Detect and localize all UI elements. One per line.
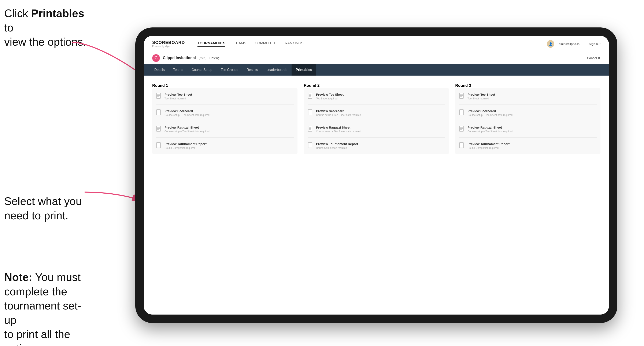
- round-3-label: Round 3: [455, 83, 600, 88]
- round-3-card: Preview Tee Sheet Tee Sheet required Pre…: [455, 88, 600, 154]
- round-1-column: Round 1: [152, 83, 298, 154]
- top-nav-right: 👤 blair@clippd.io | Sign out: [547, 40, 600, 48]
- sub-nav: Details Teams Course Setup Tee Groups Re…: [144, 64, 609, 76]
- instruction-mid-text: Select what youneed to print.: [4, 195, 82, 222]
- svg-rect-18: [308, 93, 312, 98]
- r3-scorecard-icon: [459, 109, 465, 116]
- round-1-tournament-report-text: Preview Tournament Report Round Completi…: [164, 142, 206, 150]
- round-1-tee-sheet-text: Preview Tee Sheet Tee Sheet required: [164, 92, 192, 100]
- round-1-tournament-report[interactable]: Preview Tournament Report Round Completi…: [156, 141, 294, 151]
- instruction-note: Note: You mustcomplete thetournament set…: [4, 270, 93, 346]
- tab-printables[interactable]: Printables: [292, 64, 316, 76]
- brand-title: SCOREBOARD: [152, 40, 185, 45]
- nav-link-rankings[interactable]: RANKINGS: [285, 41, 304, 47]
- nav-link-tournaments[interactable]: TOURNAMENTS: [198, 41, 226, 47]
- r2-tee-sheet-icon: [308, 93, 314, 100]
- scorecard-icon: [156, 109, 162, 116]
- raguzzi-icon: [156, 126, 162, 133]
- svg-rect-6: [157, 110, 160, 115]
- svg-rect-14: [157, 143, 160, 148]
- svg-rect-46: [460, 143, 464, 148]
- round-2-tournament-report[interactable]: Preview Tournament Report Round Completi…: [308, 141, 445, 151]
- svg-rect-34: [460, 93, 464, 98]
- tab-details[interactable]: Details: [150, 64, 169, 76]
- round-1-raguzzi[interactable]: Preview Raguzzi Sheet Course setup + Tee…: [156, 124, 294, 135]
- round-2-raguzzi[interactable]: Preview Raguzzi Sheet Course setup + Tee…: [308, 124, 445, 135]
- round-3-column: Round 3 Preview Tee Sheet Tee Sheet requ…: [455, 83, 600, 154]
- rounds-grid: Round 1: [152, 83, 600, 154]
- round-1-scorecard-text: Preview Scorecard Course setup + Tee She…: [164, 109, 210, 117]
- round-1-tee-sheet[interactable]: Preview Tee Sheet Tee Sheet required: [156, 91, 294, 102]
- round-2-tee-sheet[interactable]: Preview Tee Sheet Tee Sheet required: [308, 91, 445, 102]
- tab-teams[interactable]: Teams: [169, 64, 187, 76]
- scoreboard-brand: SCOREBOARD Powered by clippd: [152, 40, 185, 47]
- round-1-card: Preview Tee Sheet Tee Sheet required: [152, 88, 298, 154]
- tournament-status: Hosting: [210, 56, 220, 60]
- round-3-scorecard[interactable]: Preview Scorecard Course setup + Tee She…: [459, 108, 597, 118]
- tournament-report-icon: [156, 142, 162, 149]
- tournament-name: Clippd Invitational: [163, 56, 196, 60]
- round-3-tournament-report[interactable]: Preview Tournament Report Round Completi…: [459, 141, 597, 151]
- svg-rect-2: [157, 93, 160, 98]
- brand-sub: Powered by clippd: [152, 45, 185, 47]
- r2-scorecard-icon: [308, 109, 314, 116]
- round-1-scorecard[interactable]: Preview Scorecard Course setup + Tee She…: [156, 108, 294, 118]
- top-nav: SCOREBOARD Powered by clippd TOURNAMENTS…: [144, 36, 609, 52]
- round-1-label: Round 1: [152, 83, 298, 88]
- separator: |: [584, 42, 584, 46]
- nav-link-committee[interactable]: COMMITTEE: [255, 41, 276, 47]
- r2-raguzzi-icon: [308, 126, 314, 133]
- round-3-tee-sheet[interactable]: Preview Tee Sheet Tee Sheet required: [459, 91, 597, 102]
- instruction-top: Click Printables toview the options.: [4, 6, 93, 49]
- r3-tee-sheet-icon: [459, 93, 465, 100]
- tablet-frame: SCOREBOARD Powered by clippd TOURNAMENTS…: [135, 27, 617, 323]
- round-2-label: Round 2: [304, 83, 449, 88]
- round-3-raguzzi[interactable]: Preview Raguzzi Sheet Course setup + Tee…: [459, 124, 597, 135]
- tee-sheet-icon: [156, 93, 162, 100]
- sign-out-link[interactable]: Sign out: [589, 42, 600, 46]
- tab-tee-groups[interactable]: Tee Groups: [216, 64, 242, 76]
- r2-tournament-report-icon: [308, 142, 314, 149]
- r3-raguzzi-icon: [459, 126, 465, 133]
- tab-results[interactable]: Results: [242, 64, 262, 76]
- svg-rect-42: [460, 126, 464, 131]
- svg-rect-26: [308, 126, 312, 131]
- top-nav-links: TOURNAMENTS TEAMS COMMITTEE RANKINGS: [198, 41, 547, 47]
- tab-course-setup[interactable]: Course Setup: [187, 64, 216, 76]
- r3-tournament-report-icon: [459, 142, 465, 149]
- round-2-card: Preview Tee Sheet Tee Sheet required Pre…: [304, 88, 449, 154]
- svg-rect-10: [157, 126, 160, 131]
- svg-rect-22: [308, 110, 312, 115]
- tournament-bar: C Clippd Invitational (Men) Hosting Canc…: [144, 52, 609, 64]
- user-avatar: 👤: [547, 40, 554, 48]
- tournament-bracket: (Men): [199, 56, 206, 60]
- svg-rect-30: [308, 143, 312, 148]
- instruction-top-text: Click Printables toview the options.: [4, 7, 86, 48]
- cancel-button[interactable]: Cancel ✕: [587, 56, 600, 60]
- round-2-column: Round 2 Preview Tee Sheet Tee Sheet requ…: [304, 83, 449, 154]
- round-1-raguzzi-text: Preview Raguzzi Sheet Course setup + Tee…: [164, 125, 210, 133]
- round-2-scorecard[interactable]: Preview Scorecard Course setup + Tee She…: [308, 108, 445, 118]
- tab-leaderboards[interactable]: Leaderboards: [262, 64, 292, 76]
- instruction-note-text: Note: You mustcomplete thetournament set…: [4, 271, 81, 346]
- tablet-screen: SCOREBOARD Powered by clippd TOURNAMENTS…: [144, 36, 609, 315]
- tournament-logo: C: [152, 54, 160, 62]
- instruction-mid: Select what youneed to print.: [4, 194, 82, 223]
- user-email: blair@clippd.io: [558, 42, 580, 46]
- main-content: Round 1: [144, 76, 609, 315]
- nav-link-teams[interactable]: TEAMS: [234, 41, 246, 47]
- svg-rect-38: [460, 110, 464, 115]
